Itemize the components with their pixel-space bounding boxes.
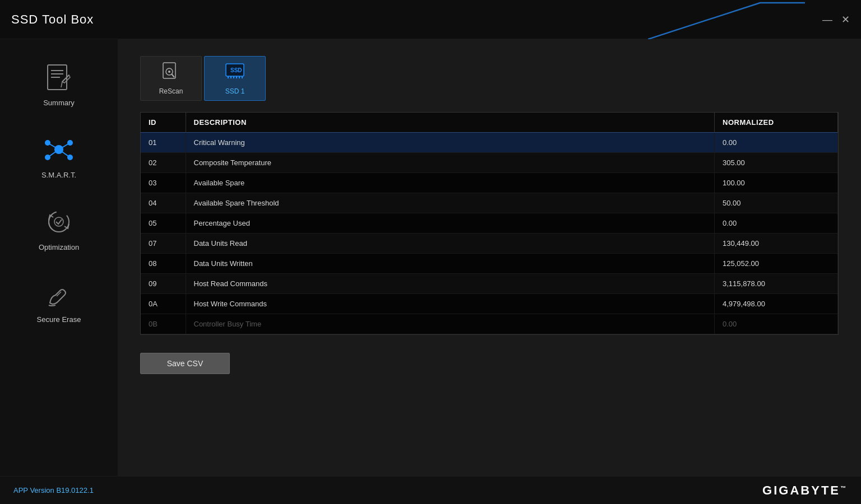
title-bar: SSD Tool Box — ✕	[0, 0, 861, 39]
cell-normalized: 130,449.00	[715, 234, 838, 254]
save-csv-button[interactable]: Save CSV	[140, 353, 230, 374]
window-controls: — ✕	[822, 15, 850, 25]
rescan-tab-icon	[161, 62, 181, 84]
cell-normalized: 100.00	[715, 173, 838, 193]
cell-normalized: 125,052.00	[715, 254, 838, 274]
tab-ssd1[interactable]: SSD SSD 1	[204, 56, 266, 101]
sidebar-item-secure-erase-label: Secure Erase	[37, 315, 81, 324]
cell-id: 07	[141, 234, 186, 254]
app-title: SSD Tool Box	[11, 12, 94, 27]
cell-normalized: 0.00	[715, 213, 838, 234]
cell-id: 04	[141, 193, 186, 213]
cell-description: Data Units Read	[186, 234, 715, 254]
table-row[interactable]: 08Data Units Written125,052.00	[141, 254, 838, 274]
svg-point-15	[67, 155, 73, 160]
accent-decoration	[648, 0, 805, 39]
table-row[interactable]: 01Critical Warning0.00	[141, 133, 838, 153]
cell-description: Critical Warning	[186, 133, 715, 153]
tab-rescan[interactable]: ReScan	[140, 56, 202, 101]
cell-id: 03	[141, 173, 186, 193]
smart-table-body: 01Critical Warning0.0002Composite Temper…	[141, 133, 838, 334]
close-button[interactable]: ✕	[841, 15, 850, 25]
content-area: ReScan SSD	[118, 39, 861, 504]
tab-ssd1-label: SSD 1	[225, 87, 245, 95]
sidebar-item-optimization-label: Optimization	[39, 243, 79, 251]
sidebar-item-smart[interactable]: S.M.A.R.T.	[14, 123, 104, 189]
svg-line-23	[172, 74, 174, 77]
optimization-icon	[42, 205, 76, 239]
table-row[interactable]: 05Percentage Used0.00	[141, 213, 838, 234]
summary-icon	[42, 60, 76, 94]
svg-point-13	[67, 140, 73, 146]
cell-description: Available Spare Threshold	[186, 193, 715, 213]
svg-line-5	[61, 82, 62, 87]
actions-area: Save CSV	[140, 344, 839, 374]
cell-normalized: 0.00	[715, 314, 838, 334]
main-layout: Summary S.M.A.	[0, 39, 861, 504]
brand-logo: GIGABYTE™	[762, 483, 848, 498]
smart-table-header: ID DESCRIPTION NORMALIZED	[141, 113, 838, 133]
version-number: B19.0122.1	[56, 486, 94, 494]
tab-rescan-label: ReScan	[159, 87, 183, 95]
cell-description: Percentage Used	[186, 213, 715, 234]
sidebar-item-secure-erase[interactable]: Secure Erase	[14, 267, 104, 334]
smart-table-container: ID DESCRIPTION NORMALIZED	[140, 112, 839, 335]
cell-description: Composite Temperature	[186, 153, 715, 173]
svg-text:SSD: SSD	[230, 67, 242, 73]
col-id: ID	[141, 113, 186, 133]
svg-point-14	[45, 155, 50, 160]
cell-id: 05	[141, 213, 186, 234]
cell-id: 02	[141, 153, 186, 173]
cell-description: Data Units Written	[186, 254, 715, 274]
cell-id: 01	[141, 133, 186, 153]
cell-description: Host Write Commands	[186, 294, 715, 314]
cell-id: 0B	[141, 314, 186, 334]
svg-point-12	[45, 140, 50, 146]
table-row[interactable]: 07Data Units Read130,449.00	[141, 234, 838, 254]
cell-normalized: 3,115,878.00	[715, 274, 838, 294]
cell-id: 09	[141, 274, 186, 294]
table-row[interactable]: 0AHost Write Commands4,979,498.00	[141, 294, 838, 314]
sidebar: Summary S.M.A.	[0, 39, 118, 504]
col-normalized: NORMALIZED	[715, 113, 838, 133]
footer: APP Version B19.0122.1 GIGABYTE™	[0, 476, 861, 504]
app-version: APP Version B19.0122.1	[13, 486, 94, 494]
table-scroll-area[interactable]: 01Critical Warning0.0002Composite Temper…	[141, 133, 838, 334]
cell-description: Host Read Commands	[186, 274, 715, 294]
table-row[interactable]: 0BController Busy Time0.00	[141, 314, 838, 334]
cell-normalized: 0.00	[715, 133, 838, 153]
ssd1-tab-icon: SSD	[224, 62, 246, 84]
secure-erase-icon	[42, 277, 76, 311]
svg-point-22	[168, 71, 170, 73]
table-row[interactable]: 04Available Spare Threshold50.00	[141, 193, 838, 213]
cell-normalized: 50.00	[715, 193, 838, 213]
table-row[interactable]: 09Host Read Commands3,115,878.00	[141, 274, 838, 294]
sidebar-item-optimization[interactable]: Optimization	[14, 195, 104, 262]
minimize-button[interactable]: —	[822, 15, 832, 25]
tab-bar: ReScan SSD	[140, 56, 839, 101]
sidebar-item-summary-label: Summary	[43, 99, 75, 107]
col-description: DESCRIPTION	[186, 113, 715, 133]
cell-normalized: 305.00	[715, 153, 838, 173]
cell-description: Controller Busy Time	[186, 314, 715, 334]
version-label: APP Version	[13, 486, 56, 494]
smart-icon	[42, 133, 76, 166]
table-row[interactable]: 02Composite Temperature305.00	[141, 153, 838, 173]
cell-description: Available Spare	[186, 173, 715, 193]
cell-id: 08	[141, 254, 186, 274]
table-row[interactable]: 03Available Spare100.00	[141, 173, 838, 193]
cell-normalized: 4,979,498.00	[715, 294, 838, 314]
sidebar-item-summary[interactable]: Summary	[14, 50, 104, 117]
table-scroll-inner[interactable]: 01Critical Warning0.0002Composite Temper…	[141, 133, 838, 334]
svg-point-18	[54, 217, 63, 226]
cell-id: 0A	[141, 294, 186, 314]
sidebar-item-smart-label: S.M.A.R.T.	[41, 171, 76, 179]
